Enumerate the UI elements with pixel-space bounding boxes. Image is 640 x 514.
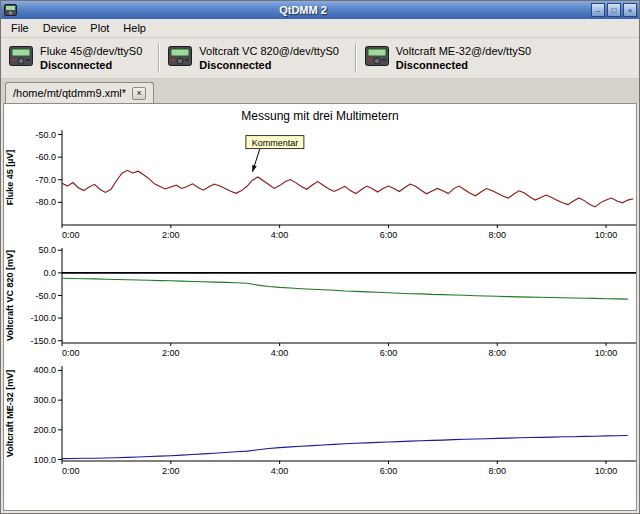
annotation-arrowhead xyxy=(252,165,257,172)
chart-title: Messung mit drei Multimetern xyxy=(4,104,636,125)
x-tick-label: 4:00 xyxy=(271,230,289,240)
menu-device[interactable]: Device xyxy=(36,20,84,36)
tab-qtdmm9-xml[interactable]: /home/mt/qtdmm9.xml* × xyxy=(5,82,154,103)
menu-help[interactable]: Help xyxy=(116,20,153,36)
x-tick-label: 6:00 xyxy=(380,348,398,358)
maximize-button[interactable]: □ xyxy=(607,3,621,17)
x-tick-label: 8:00 xyxy=(488,348,506,358)
series-me-32 xyxy=(62,436,628,459)
plot-voltcraft-vc-820[interactable]: 50.00.0-50.0-100.0-150.00:002:004:006:00… xyxy=(4,243,636,361)
series-vc-820 xyxy=(62,278,628,299)
y-tick-label: -50.0 xyxy=(35,130,56,140)
menu-file[interactable]: File xyxy=(4,20,36,36)
x-tick-label: 6:00 xyxy=(380,230,398,240)
x-tick-label: 2:00 xyxy=(162,466,180,476)
titlebar[interactable]: QtDMM 2 – □ × xyxy=(1,1,639,19)
y-tick-label: 300.0 xyxy=(33,395,56,405)
plot-voltcraft-me-32[interactable]: 400.0300.0200.0100.00:002:004:006:008:00… xyxy=(4,361,636,479)
toolbar: Fluke 45@/dev/ttyS0 Disconnected Voltcra… xyxy=(1,38,639,79)
minimize-button[interactable]: – xyxy=(591,3,605,17)
tab-label: /home/mt/qtdmm9.xml* xyxy=(13,87,126,99)
tab-close-icon[interactable]: × xyxy=(132,87,146,100)
qtdmm-window: QtDMM 2 – □ × File Device Plot Help Fluk… xyxy=(0,0,640,514)
y-axis-title: Fluke 45 [µV] xyxy=(5,150,15,206)
window-title: QtDMM 2 xyxy=(17,1,589,19)
y-tick-label: 200.0 xyxy=(33,425,56,435)
x-tick-label: 4:00 xyxy=(271,348,289,358)
device-status: Disconnected xyxy=(40,58,142,72)
y-tick-label: -80.0 xyxy=(35,197,56,207)
y-tick-label: -150.0 xyxy=(30,336,56,346)
y-tick-label: 50.0 xyxy=(38,245,56,255)
y-axis-title: Voltcraft ME-32 [mV] xyxy=(5,370,15,457)
x-tick-label: 8:00 xyxy=(488,466,506,476)
device-name: Voltcraft VC 820@/dev/ttyS0 xyxy=(199,44,339,58)
y-tick-label: -60.0 xyxy=(35,152,56,162)
x-tick-label: 8:00 xyxy=(488,230,506,240)
x-tick-label: 6:00 xyxy=(380,466,398,476)
device-panel-vc-820[interactable]: Voltcraft VC 820@/dev/ttyS0 Disconnected xyxy=(166,44,349,72)
app-icon xyxy=(3,3,17,17)
x-tick-label: 2:00 xyxy=(162,348,180,358)
device-panel-me-32[interactable]: Voltcraft ME-32@/dev/ttyS0 Disconnected xyxy=(363,44,541,72)
device-status: Disconnected xyxy=(199,58,339,72)
y-tick-label: -100.0 xyxy=(30,313,56,323)
toolbar-separator xyxy=(158,43,160,73)
multimeter-icon xyxy=(9,46,33,70)
toolbar-separator xyxy=(355,43,357,73)
annotation-text: Kommentar xyxy=(252,138,299,148)
device-text: Voltcraft ME-32@/dev/ttyS0 Disconnected xyxy=(396,44,531,72)
y-tick-label: 400.0 xyxy=(33,365,56,375)
device-status: Disconnected xyxy=(396,58,531,72)
tab-bar: /home/mt/qtdmm9.xml* × xyxy=(1,79,639,103)
x-tick-label: 10:00 xyxy=(595,230,618,240)
x-tick-label: 4:00 xyxy=(271,466,289,476)
x-tick-label: 0:00 xyxy=(62,348,80,358)
close-button[interactable]: × xyxy=(623,3,637,17)
device-panel-fluke-45[interactable]: Fluke 45@/dev/ttyS0 Disconnected xyxy=(7,44,152,72)
y-tick-label: 0.0 xyxy=(43,268,56,278)
x-tick-label: 10:00 xyxy=(595,348,618,358)
menubar: File Device Plot Help xyxy=(1,19,639,38)
chart-panel: Messung mit drei Multimetern -50.0-60.0-… xyxy=(3,103,637,511)
multimeter-icon xyxy=(365,46,389,70)
plot-fluke-45[interactable]: -50.0-60.0-70.0-80.00:002:004:006:008:00… xyxy=(4,125,636,243)
x-tick-label: 10:00 xyxy=(595,466,618,476)
series-fluke-45 xyxy=(62,170,633,207)
multimeter-icon xyxy=(168,46,192,70)
x-tick-label: 2:00 xyxy=(162,230,180,240)
y-tick-label: -50.0 xyxy=(35,291,56,301)
y-axis-title: Voltcraft VC 820 [mV] xyxy=(5,250,15,341)
device-text: Voltcraft VC 820@/dev/ttyS0 Disconnected xyxy=(199,44,339,72)
menu-plot[interactable]: Plot xyxy=(83,20,116,36)
device-name: Voltcraft ME-32@/dev/ttyS0 xyxy=(396,44,531,58)
device-text: Fluke 45@/dev/ttyS0 Disconnected xyxy=(40,44,142,72)
y-tick-label: 100.0 xyxy=(33,455,56,465)
y-tick-label: -70.0 xyxy=(35,175,56,185)
x-tick-label: 0:00 xyxy=(62,230,80,240)
x-tick-label: 0:00 xyxy=(62,466,80,476)
device-name: Fluke 45@/dev/ttyS0 xyxy=(40,44,142,58)
